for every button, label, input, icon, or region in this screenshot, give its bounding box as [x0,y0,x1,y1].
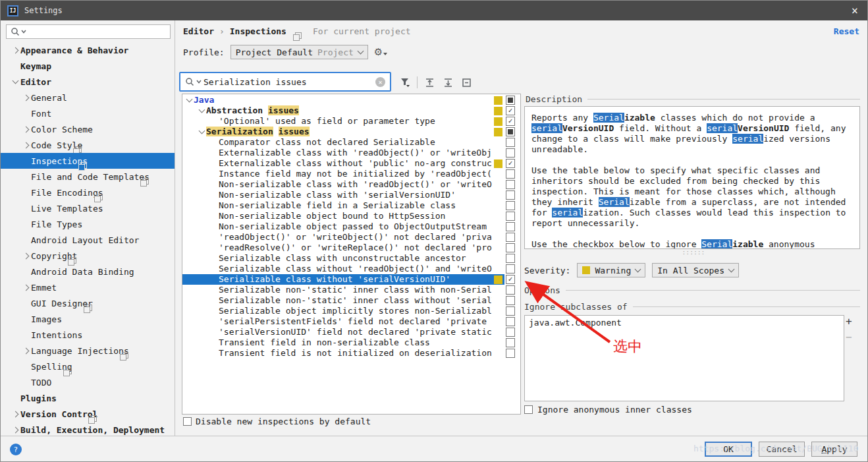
sidebar-item-code-style[interactable]: Code Style [1,137,175,153]
inspection-checkbox[interactable] [506,159,515,168]
remove-class-button[interactable]: − [846,333,852,342]
chevron-right-icon[interactable] [20,96,31,100]
sidebar-item-plugins[interactable]: Plugins [1,390,175,406]
scope-select[interactable]: In All Scopes [652,263,739,277]
chevron-right-icon[interactable] [20,254,31,258]
inspection-checkbox[interactable] [506,243,515,252]
inspection-checkbox[interactable] [506,296,515,305]
inspection-checkbox[interactable] [506,254,515,263]
sidebar-item-general[interactable]: General [1,90,175,105]
sidebar-item-font[interactable]: Font [1,105,175,121]
tree-row-main[interactable]: Transient field in non-serializable clas… [182,337,504,348]
sidebar-item-keymap[interactable]: Keymap [1,58,175,74]
chevron-down-icon[interactable] [198,109,206,112]
inspections-search-input[interactable]: Serialization issues ✕ [179,72,391,92]
tree-row-main[interactable]: 'Optional' used as field or parameter ty… [182,116,504,127]
tree-row-main[interactable]: Serializable class without 'readObject()… [182,264,504,274]
sidebar-item-spelling[interactable]: Spelling [1,359,175,374]
inspection-checkbox[interactable] [506,148,515,158]
tree-row-main[interactable]: Non-serializable class with 'serialVersi… [182,190,504,200]
tree-row-main[interactable]: Instance field may not be initialized by… [182,169,504,179]
sidebar-item-android-layout-editor[interactable]: Android Layout Editor [1,232,175,248]
sidebar-item-file-and-code-templates[interactable]: File and Code Templates [1,169,175,185]
chevron-down-icon[interactable] [185,99,194,101]
collapse-all-icon[interactable] [441,76,454,89]
severity-select[interactable]: Warning [577,263,645,277]
splitter-handle[interactable]: :::::: [682,250,705,256]
inspection-checkbox[interactable] [506,169,515,179]
tree-row-main[interactable]: Serialization issues [182,127,504,137]
tree-row-main[interactable]: Serializable non-'static' inner class wi… [182,285,504,295]
apply-button[interactable]: Apply [811,442,857,457]
inspection-checkbox[interactable] [506,138,515,147]
tree-row-main[interactable]: Serializable class without 'serialVersio… [182,274,504,285]
sidebar-item-images[interactable]: Images [1,311,175,327]
tree-row-main[interactable]: Serializable non-'static' inner class wi… [182,295,504,306]
ignore-anonymous-checkbox[interactable] [524,405,533,414]
tree-row-main[interactable]: Serializable object implicitly stores no… [182,306,504,316]
inspection-checkbox[interactable] [506,190,515,200]
sidebar-item-intentions[interactable]: Intentions [1,327,175,343]
chevron-down-icon[interactable] [198,130,206,133]
tree-row-main[interactable]: Java [182,95,504,105]
sidebar-item-color-scheme[interactable]: Color Scheme [1,121,175,137]
sidebar-item-android-data-binding[interactable]: Android Data Binding [1,264,175,279]
sidebar-item-emmet[interactable]: Emmet [1,279,175,295]
list-item[interactable]: java.awt.Component [525,317,844,328]
help-button[interactable]: ? [10,444,22,455]
chevron-right-icon[interactable] [10,412,20,417]
close-icon[interactable]: × [848,5,862,16]
breadcrumb-editor[interactable]: Editor [183,26,214,36]
sidebar-search-input[interactable] [6,24,171,39]
tree-row-main[interactable]: Serializable class with unconstructable … [182,253,504,264]
gear-icon[interactable]: ⚙ [374,46,383,58]
sidebar-item-version-control[interactable]: Version Control [1,406,175,422]
sidebar-item-appearance-behavior[interactable]: Appearance & Behavior [1,42,175,58]
tree-row-main[interactable]: Non-serializable field in a Serializable… [182,200,504,211]
tree-row-main[interactable]: Externalizable class with 'readObject()'… [182,148,504,158]
collapse-node-icon[interactable] [460,76,473,89]
inspection-checkbox[interactable] [506,127,515,136]
inspection-checkbox[interactable] [506,106,515,115]
chevron-right-icon[interactable] [20,285,31,290]
chevron-right-icon[interactable] [20,143,31,148]
inspection-checkbox[interactable] [506,328,515,337]
tree-row-main[interactable]: Non-serializable class with 'readObject(… [182,179,504,190]
filter-icon[interactable] [398,76,412,89]
expand-all-icon[interactable] [423,76,436,89]
sidebar-item-gui-designer[interactable]: GUI Designer [1,295,175,311]
reset-link[interactable]: Reset [834,26,859,36]
clear-search-icon[interactable]: ✕ [375,77,385,87]
inspection-checkbox[interactable] [506,275,515,284]
tree-row-main[interactable]: 'readResolve()' or 'writeReplace()' not … [182,243,504,253]
inspection-checkbox[interactable] [506,285,515,295]
sidebar-item-language-injections[interactable]: Language Injections [1,343,175,359]
chevron-right-icon[interactable] [10,48,20,53]
inspection-checkbox[interactable] [506,349,515,358]
inspection-checkbox[interactable] [506,96,515,105]
disable-new-inspections-checkbox[interactable] [183,417,192,426]
add-class-button[interactable]: + [846,317,852,326]
tree-row-main[interactable]: 'serialVersionUID' field not declared 'p… [182,327,504,337]
sidebar-item-file-encodings[interactable]: File Encodings [1,185,175,200]
sidebar-item-file-types[interactable]: File Types [1,216,175,232]
inspection-checkbox[interactable] [506,117,515,126]
tree-row-main[interactable]: 'serialPersistentFields' field not decla… [182,316,504,327]
sidebar-item-live-templates[interactable]: Live Templates [1,200,175,216]
tree-row-main[interactable]: Transient field is not initialized on de… [182,348,504,359]
profile-select[interactable]: Project Default Project [231,45,368,59]
inspection-checkbox[interactable] [506,338,515,347]
inspection-checkbox[interactable] [506,264,515,274]
inspection-checkbox[interactable] [506,201,515,210]
inspection-checkbox[interactable] [506,233,515,242]
chevron-right-icon[interactable] [10,428,20,432]
ok-button[interactable]: OK [705,442,752,457]
chevron-down-icon[interactable] [10,80,20,83]
inspection-checkbox[interactable] [506,317,515,326]
chevron-right-icon[interactable] [20,349,31,353]
sidebar-item-editor[interactable]: Editor [1,74,175,90]
tree-row-main[interactable]: Abstraction issues [182,105,504,116]
cancel-button[interactable]: Cancel [759,442,805,457]
tree-row-main[interactable]: 'readObject()' or 'writeObject()' not de… [182,232,504,243]
inspection-checkbox[interactable] [506,306,515,316]
